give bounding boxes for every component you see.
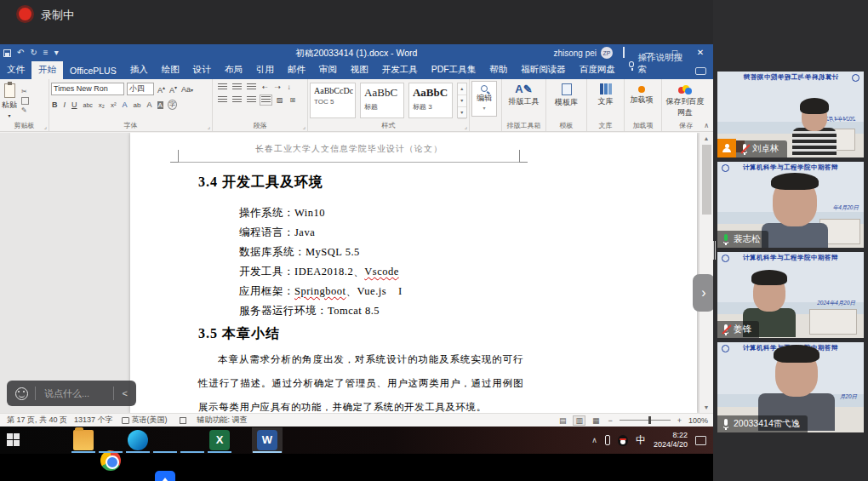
start-button[interactable] bbox=[7, 433, 20, 446]
video-tile-jiangfeng[interactable]: 计算机科学与工程学院中期答辩 2024年4月20日 姜锋 bbox=[717, 252, 864, 338]
scroll-down-icon[interactable]: ▼ bbox=[700, 402, 713, 413]
tab-file[interactable]: 文件 bbox=[0, 61, 31, 79]
bullets-icon[interactable] bbox=[218, 83, 227, 91]
save-icon[interactable] bbox=[3, 49, 11, 57]
align-left-icon[interactable] bbox=[218, 96, 227, 104]
vertical-scrollbar[interactable]: ▲ ▼ bbox=[699, 133, 713, 413]
align-right-icon[interactable] bbox=[247, 96, 256, 104]
emoji-icon[interactable] bbox=[15, 387, 28, 400]
scrollbar-thumb[interactable] bbox=[702, 145, 711, 215]
chrome-icon[interactable] bbox=[100, 450, 121, 471]
read-mode-icon[interactable]: ▤ bbox=[557, 416, 568, 425]
macro-icon[interactable] bbox=[180, 417, 186, 424]
increase-indent-icon[interactable]: ⇢ bbox=[274, 83, 282, 91]
save-to-baidu-pan-button[interactable]: 保存到百度网盘 bbox=[664, 81, 706, 118]
style-title[interactable]: AaBbC 标题 bbox=[360, 83, 404, 118]
tab-home[interactable]: 开始 bbox=[31, 61, 63, 79]
enclose-char-button[interactable]: 字 bbox=[168, 100, 177, 110]
meeting-chat-pill[interactable]: 说点什么... < bbox=[7, 381, 136, 406]
styles-scroll-up-icon[interactable]: ▴ bbox=[458, 83, 466, 95]
decrease-indent-icon[interactable]: ⇠ bbox=[261, 83, 269, 91]
justify-icon[interactable] bbox=[261, 96, 271, 104]
tab-pdf-tools[interactable]: PDF工具集 bbox=[425, 61, 483, 79]
font-color-button[interactable]: A bbox=[146, 100, 153, 109]
undo-button[interactable]: ↶ bbox=[17, 44, 24, 61]
numbering-icon[interactable] bbox=[232, 83, 242, 91]
sort-icon[interactable]: ↓ bbox=[286, 83, 291, 91]
redo-button[interactable]: ↻ bbox=[30, 44, 37, 61]
layout-tool-button[interactable]: A✎ 排版工具 bbox=[504, 81, 544, 107]
word-icon[interactable]: W bbox=[257, 430, 277, 450]
tab-developer[interactable]: 开发工具 bbox=[375, 61, 425, 79]
document-canvas[interactable]: 长春工业大学人文信息学院毕业设计（论文） 3.4 开发工具及环境 操作系统：Wi… bbox=[0, 133, 713, 413]
chat-collapse-icon[interactable]: < bbox=[114, 388, 136, 398]
web-layout-icon[interactable]: ▦ bbox=[591, 416, 602, 425]
video-tile-leiyiyi[interactable]: 计算机科学与工程学院中期答辩 月20日 20033414雷弋逸 bbox=[717, 342, 864, 432]
tab-layout[interactable]: 布局 bbox=[218, 61, 249, 79]
change-case-button[interactable]: Aa▾ bbox=[180, 85, 194, 94]
paste-button[interactable]: 粘贴 ▾ bbox=[2, 81, 17, 118]
accessibility-status[interactable]: 辅助功能: 调查 bbox=[197, 415, 248, 426]
meeting-app-icon[interactable] bbox=[155, 471, 175, 481]
tab-officeplus[interactable]: OfficePLUS bbox=[63, 63, 123, 79]
zoom-level[interactable]: 100% bbox=[688, 416, 708, 425]
scroll-up-icon[interactable]: ▲ bbox=[700, 133, 713, 144]
strikethrough-button[interactable]: abc bbox=[83, 102, 94, 108]
styles-launcher-icon[interactable]: ⌟ bbox=[465, 123, 467, 130]
page-indicator[interactable]: 第 17 页, 共 40 页 bbox=[7, 415, 67, 426]
copy-icon[interactable] bbox=[21, 97, 29, 105]
tab-help[interactable]: 帮助 bbox=[483, 61, 514, 79]
zoom-slider-thumb[interactable] bbox=[648, 416, 651, 424]
grow-font-button[interactable]: A▴ bbox=[157, 84, 166, 94]
tab-references[interactable]: 引用 bbox=[249, 61, 281, 79]
style-toc5[interactable]: AaBbCcDc TOC 5 bbox=[310, 83, 356, 118]
italic-button[interactable]: I bbox=[63, 100, 67, 109]
tab-foxit[interactable]: 福昕阅读器 bbox=[514, 61, 573, 79]
taskbar-clock[interactable]: 8:22 2024/4/20 bbox=[654, 431, 688, 450]
font-launcher-icon[interactable]: ⌟ bbox=[208, 123, 210, 130]
paragraph-launcher-icon[interactable]: ⌟ bbox=[303, 123, 306, 130]
video-tile-liuzhuolin[interactable]: 计算机科学与工程学院中期答辩 2024年4月20日 刘卓林 bbox=[717, 72, 864, 157]
style-heading3[interactable]: AaBbC 标题 3 bbox=[408, 83, 453, 118]
editing-button[interactable]: 编辑 ▾ bbox=[471, 81, 497, 117]
sidebar-expand-handle[interactable]: › bbox=[693, 274, 713, 312]
tab-view[interactable]: 视图 bbox=[344, 61, 375, 79]
tab-draw[interactable]: 绘图 bbox=[155, 61, 186, 79]
file-explorer-icon[interactable] bbox=[73, 430, 94, 450]
shading-icon[interactable]: ▨ bbox=[276, 96, 284, 104]
zoom-in-icon[interactable]: + bbox=[676, 416, 683, 425]
zoom-out-icon[interactable]: − bbox=[606, 416, 614, 425]
bold-button[interactable]: B bbox=[51, 100, 59, 109]
chat-input[interactable]: 说点什么... bbox=[36, 387, 113, 400]
template-library-button[interactable]: 模板库 bbox=[548, 81, 585, 108]
tab-baidu-pan[interactable]: 百度网盘 bbox=[573, 61, 622, 79]
list-button[interactable]: ≡ bbox=[43, 44, 49, 61]
sidebar-drag-handle[interactable] bbox=[713, 241, 716, 260]
video-tile-peizhisong[interactable]: 计算机科学与工程学院中期答辩 年4月20日 裴志松 bbox=[717, 162, 864, 248]
excel-icon[interactable]: X bbox=[209, 430, 230, 450]
char-shading-button[interactable]: A bbox=[157, 101, 163, 109]
align-center-icon[interactable] bbox=[232, 96, 242, 104]
styles-gallery-scroll[interactable]: ▴ ▾ ▾ bbox=[457, 83, 467, 118]
document-page[interactable]: 长春工业大学人文信息学院毕业设计（论文） 3.4 开发工具及环境 操作系统：Wi… bbox=[130, 133, 697, 413]
subscript-button[interactable]: x₂ bbox=[98, 101, 106, 109]
cut-button[interactable]: ✂ bbox=[21, 88, 29, 95]
clipboard-launcher-icon[interactable]: ⌟ bbox=[44, 123, 47, 130]
font-size-select[interactable]: 小四 bbox=[127, 83, 154, 95]
tab-mailings[interactable]: 邮件 bbox=[281, 61, 312, 79]
zoom-slider[interactable] bbox=[620, 420, 671, 421]
ime-indicator[interactable]: 中 bbox=[636, 433, 646, 448]
highlight-button[interactable]: ab bbox=[133, 101, 142, 109]
text-effects-button[interactable]: A bbox=[122, 100, 128, 109]
tray-expand-icon[interactable]: ∧ bbox=[591, 436, 597, 444]
account-area[interactable]: zhisong pei ZP bbox=[553, 44, 613, 61]
qq-tray-icon[interactable] bbox=[618, 435, 628, 446]
format-painter-button[interactable]: ✎ bbox=[21, 106, 29, 114]
qat-customize-button[interactable]: ▾ bbox=[54, 44, 59, 61]
superscript-button[interactable]: x² bbox=[110, 101, 117, 109]
tab-insert[interactable]: 插入 bbox=[123, 61, 155, 79]
collapse-ribbon-icon[interactable]: ∧ bbox=[704, 122, 709, 129]
phone-tray-icon[interactable] bbox=[605, 435, 610, 445]
comment-icon[interactable] bbox=[695, 67, 706, 75]
language-indicator[interactable]: 英语(美国) bbox=[132, 415, 168, 426]
